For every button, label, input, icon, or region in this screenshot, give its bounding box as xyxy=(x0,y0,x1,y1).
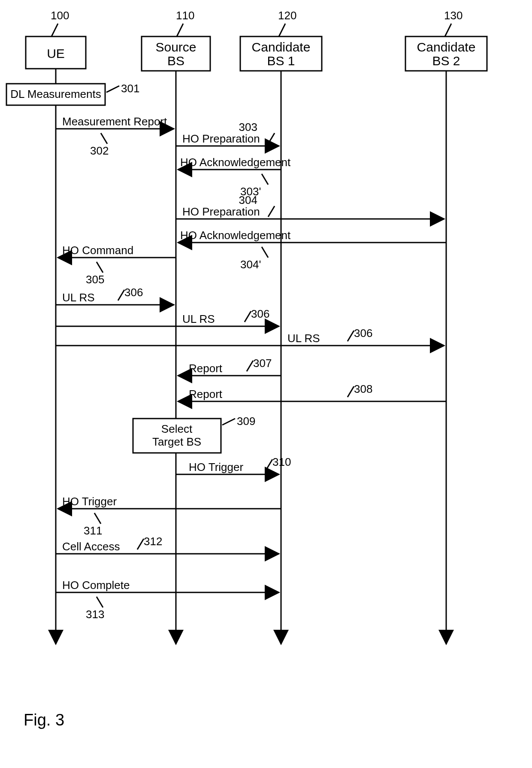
ref-308: 308 xyxy=(354,382,372,395)
svg-line-18 xyxy=(348,331,354,341)
actor-cand-bs2-label-2: BS 2 xyxy=(432,54,460,68)
svg-line-15 xyxy=(97,262,103,273)
svg-line-22 xyxy=(266,459,272,470)
svg-line-14 xyxy=(262,247,268,258)
msg-ul-rs-b-label: UL RS xyxy=(182,313,215,325)
ref-303: 303 xyxy=(239,121,257,134)
svg-line-19 xyxy=(247,361,253,371)
ref-311: 311 xyxy=(84,524,102,537)
ref-310: 310 xyxy=(272,455,291,468)
msg-report-1-label: Report xyxy=(189,362,223,375)
ref-cand2: 130 xyxy=(444,9,462,22)
sequence-diagram: 100 110 120 130 UE Source BS Candidate B… xyxy=(0,0,532,768)
ref-src: 110 xyxy=(176,9,194,22)
svg-line-12 xyxy=(262,174,268,185)
node-select-target-bs-label-1: Select xyxy=(161,422,193,435)
msg-ho-ack-1-label: HO Acknowledgement xyxy=(180,156,291,169)
msg-ho-trigger-bs-label: HO Trigger xyxy=(189,461,243,474)
ref-306c: 306 xyxy=(354,327,372,340)
svg-line-5 xyxy=(106,86,119,92)
actor-source-bs-label-2: BS xyxy=(167,54,184,68)
svg-line-3 xyxy=(445,24,451,36)
ref-307: 307 xyxy=(253,357,272,370)
node-select-target-bs-label-2: Target BS xyxy=(152,435,201,448)
svg-line-17 xyxy=(245,311,251,322)
ref-305: 305 xyxy=(86,273,104,286)
node-dl-measurements-label: DL Measurements xyxy=(10,88,101,100)
msg-ho-prep-2-label: HO Preparation xyxy=(182,205,260,218)
ref-309: 309 xyxy=(237,415,255,428)
msg-cell-access-label: Cell Access xyxy=(62,540,120,553)
svg-line-20 xyxy=(348,386,354,397)
svg-line-0 xyxy=(51,24,58,36)
actor-source-bs-label-1: Source xyxy=(155,40,196,54)
msg-ho-trigger-ue-label: HO Trigger xyxy=(62,495,117,508)
msg-report-2-label: Report xyxy=(189,388,223,401)
ref-ue: 100 xyxy=(51,9,69,22)
ref-313: 313 xyxy=(86,608,104,621)
svg-line-10 xyxy=(101,133,107,144)
ref-306a: 306 xyxy=(124,286,143,299)
msg-measurement-report-label: Measurement Report xyxy=(62,115,167,128)
ref-304p: 304' xyxy=(240,258,261,271)
actor-cand-bs2-label-1: Candidate xyxy=(417,40,476,54)
msg-ho-prep-1-label: HO Preparation xyxy=(182,132,260,145)
msg-ho-ack-2-label: HO Acknowledgement xyxy=(180,229,291,242)
ref-306b: 306 xyxy=(251,307,269,320)
svg-line-2 xyxy=(279,24,285,36)
ref-304: 304 xyxy=(239,194,257,206)
svg-line-1 xyxy=(177,24,183,36)
msg-ul-rs-a-label: UL RS xyxy=(62,291,95,304)
ref-cand1: 120 xyxy=(278,9,296,22)
actor-cand-bs1-label-2: BS 1 xyxy=(267,54,295,68)
actor-ue-label: UE xyxy=(47,46,65,61)
svg-line-13 xyxy=(268,206,275,217)
svg-line-23 xyxy=(94,513,101,524)
svg-line-25 xyxy=(97,597,103,607)
figure-label: Fig. 3 xyxy=(24,711,64,729)
msg-ho-command-label: HO Command xyxy=(62,244,133,257)
msg-ul-rs-c-label: UL RS xyxy=(287,332,320,345)
msg-ho-complete-label: HO Complete xyxy=(62,579,130,592)
svg-line-21 xyxy=(222,419,235,425)
svg-line-16 xyxy=(118,290,124,301)
svg-line-11 xyxy=(268,133,275,144)
ref-dl-measurements: 301 xyxy=(121,82,139,95)
ref-312: 312 xyxy=(144,535,162,548)
actor-cand-bs1-label-1: Candidate xyxy=(252,40,311,54)
ref-302: 302 xyxy=(90,144,109,157)
svg-line-24 xyxy=(137,539,144,549)
